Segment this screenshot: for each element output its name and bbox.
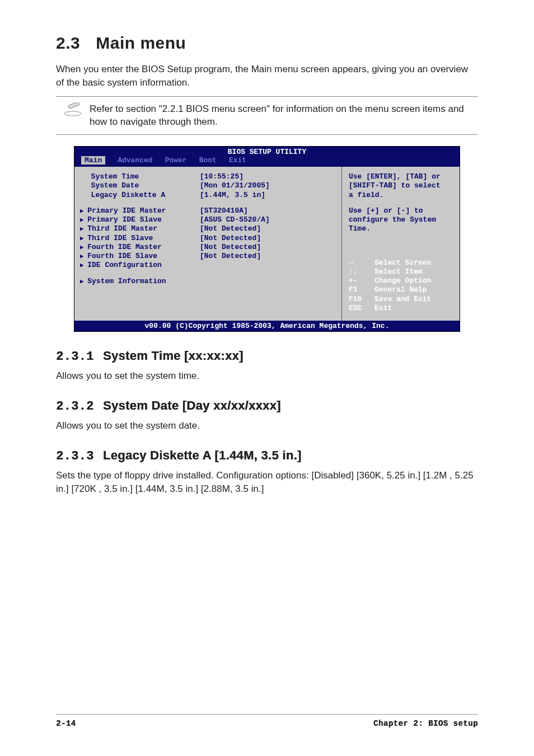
bios-title: BIOS SETUP UTILITY bbox=[74, 147, 460, 156]
chapter-label: Chapter 2: BIOS setup bbox=[373, 719, 478, 728]
nav-row: ↑↓Select Item bbox=[349, 267, 453, 276]
bios-value: [Not Detected] bbox=[200, 224, 334, 233]
bios-value: [ASUS CD-S520/A] bbox=[200, 215, 334, 224]
subsection-body: Allows you to set the system date. bbox=[56, 419, 478, 433]
subsection-number: 2.3.2 bbox=[56, 400, 94, 414]
nav-row: ↔Select Screen bbox=[349, 259, 453, 267]
bios-row[interactable]: Fourth IDE Master[Not Detected] bbox=[82, 243, 334, 252]
nav-action: Exit bbox=[374, 304, 392, 313]
nav-action: Save and Exit bbox=[374, 295, 431, 304]
note-block: Refer to section "2.2.1 BIOS menu screen… bbox=[56, 96, 478, 135]
nav-action: Change Option bbox=[374, 276, 431, 285]
section-title-text: Main menu bbox=[96, 34, 186, 52]
nav-row: F1General Help bbox=[349, 285, 453, 294]
page-content: 2.3Main menu When you enter the BIOS Set… bbox=[56, 34, 478, 495]
bios-body: System Time[10:55:25] System Date[Mon 01… bbox=[74, 167, 460, 321]
subsection-body: Sets the type of floppy drive installed.… bbox=[56, 469, 478, 496]
bios-row[interactable]: Third IDE Master[Not Detected] bbox=[82, 224, 334, 233]
bios-value: [1.44M, 3.5 in] bbox=[200, 191, 334, 200]
nav-row: ESCExit bbox=[349, 304, 453, 313]
bios-value bbox=[200, 277, 334, 286]
nav-key: +- bbox=[349, 276, 374, 285]
bios-label: Primary IDE Slave bbox=[82, 215, 200, 224]
nav-key: ESC bbox=[349, 304, 374, 313]
subsection-title: System Time [xx:xx:xx] bbox=[103, 349, 243, 363]
bios-help-panel: Use [ENTER], [TAB] or [SHIFT-TAB] to sel… bbox=[342, 167, 460, 321]
intro-paragraph: When you enter the BIOS Setup program, t… bbox=[56, 63, 478, 90]
subsection-title: Legacy Diskette A [1.44M, 3.5 in.] bbox=[103, 448, 302, 462]
nav-key: F1 bbox=[349, 285, 374, 294]
bios-tab-advanced[interactable]: Advanced bbox=[118, 156, 152, 165]
bios-screen: BIOS SETUP UTILITY Main Advanced Power B… bbox=[74, 146, 460, 332]
help-text: Use [+] or [-] to bbox=[349, 206, 453, 215]
bios-tab-main[interactable]: Main bbox=[81, 156, 105, 165]
bios-row[interactable]: Third IDE Slave[Not Detected] bbox=[82, 234, 334, 243]
bios-value: [Mon 01/31/2005] bbox=[200, 181, 334, 190]
pencil-note-icon bbox=[56, 100, 90, 118]
bios-label: System Time bbox=[82, 172, 200, 181]
bios-label: System Date bbox=[82, 181, 200, 190]
bios-row[interactable]: System Time[10:55:25] bbox=[82, 172, 334, 181]
bios-label: Fourth IDE Slave bbox=[82, 252, 200, 261]
bios-row[interactable]: System Date[Mon 01/31/2005] bbox=[82, 181, 334, 190]
subsection-title: System Date [Day xx/xx/xxxx] bbox=[103, 398, 281, 412]
nav-key: ↔ bbox=[349, 259, 374, 267]
subsection-number: 2.3.3 bbox=[56, 449, 94, 463]
subsection-heading: 2.3.3 Legacy Diskette A [1.44M, 3.5 in.] bbox=[56, 448, 478, 463]
bios-row[interactable]: Legacy Diskette A[1.44M, 3.5 in] bbox=[82, 191, 334, 200]
nav-action: Select Item bbox=[374, 267, 423, 276]
page-footer: 2-14 Chapter 2: BIOS setup bbox=[56, 714, 478, 728]
bios-label: Third IDE Master bbox=[82, 224, 200, 233]
help-text: configure the System bbox=[349, 215, 453, 224]
page-number: 2-14 bbox=[56, 719, 76, 728]
bios-value: [Not Detected] bbox=[200, 234, 334, 243]
help-text: [SHIFT-TAB] to select bbox=[349, 181, 453, 190]
nav-row: F10Save and Exit bbox=[349, 295, 453, 304]
help-text: a field. bbox=[349, 191, 453, 200]
note-text: Refer to section "2.2.1 BIOS menu screen… bbox=[90, 100, 478, 132]
nav-row: +-Change Option bbox=[349, 276, 453, 285]
bios-value: [Not Detected] bbox=[200, 243, 334, 252]
svg-point-0 bbox=[64, 111, 81, 116]
bios-footer: v00.00 (C)Copyright 1985-2003, American … bbox=[74, 321, 460, 331]
nav-key: ↑↓ bbox=[349, 267, 374, 276]
subsection-number: 2.3.1 bbox=[56, 350, 94, 364]
subsection-body: Allows you to set the system time. bbox=[56, 369, 478, 383]
subsection-heading: 2.3.1 System Time [xx:xx:xx] bbox=[56, 349, 478, 364]
bios-value: [ST320410A] bbox=[200, 206, 334, 215]
nav-action: Select Screen bbox=[374, 259, 431, 267]
bios-value: [Not Detected] bbox=[200, 252, 334, 261]
bios-label: System Information bbox=[82, 277, 200, 286]
bios-row[interactable]: IDE Configuration bbox=[82, 261, 334, 270]
bios-label: Primary IDE Master bbox=[82, 206, 200, 215]
bios-row[interactable]: System Information bbox=[82, 277, 334, 286]
bios-label: Legacy Diskette A bbox=[82, 191, 200, 200]
bios-label: IDE Configuration bbox=[82, 261, 200, 270]
bios-tab-bar: Main Advanced Power Boot Exit bbox=[74, 156, 460, 167]
bios-tab-boot[interactable]: Boot bbox=[199, 156, 217, 165]
svg-rect-1 bbox=[68, 102, 80, 109]
subsection-heading: 2.3.2 System Date [Day xx/xx/xxxx] bbox=[56, 398, 478, 414]
bios-row[interactable]: Primary IDE Master[ST320410A] bbox=[82, 206, 334, 215]
nav-key: F10 bbox=[349, 295, 374, 304]
bios-tab-exit[interactable]: Exit bbox=[229, 156, 246, 165]
bios-row[interactable]: Fourth IDE Slave[Not Detected] bbox=[82, 252, 334, 261]
nav-action: General Help bbox=[374, 285, 427, 294]
bios-label: Fourth IDE Master bbox=[82, 243, 200, 252]
bios-value bbox=[200, 261, 334, 270]
help-text: Time. bbox=[349, 224, 453, 233]
section-number: 2.3 bbox=[56, 34, 80, 52]
bios-row[interactable]: Primary IDE Slave[ASUS CD-S520/A] bbox=[82, 215, 334, 224]
bios-label: Third IDE Slave bbox=[82, 234, 200, 243]
section-heading: 2.3Main menu bbox=[56, 34, 478, 53]
bios-main-panel: System Time[10:55:25] System Date[Mon 01… bbox=[74, 167, 342, 321]
bios-tab-power[interactable]: Power bbox=[165, 156, 187, 165]
bios-value: [10:55:25] bbox=[200, 172, 334, 181]
help-text: Use [ENTER], [TAB] or bbox=[349, 172, 453, 181]
